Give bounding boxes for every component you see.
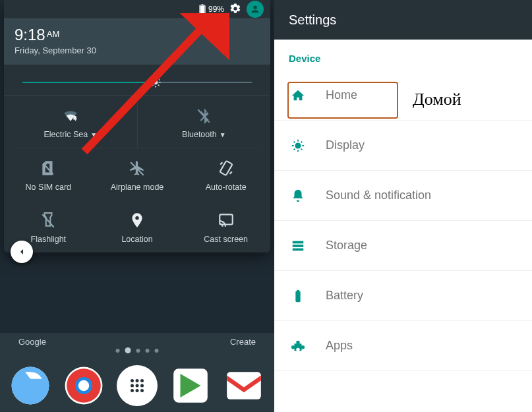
caret-down-icon: ▼	[90, 131, 97, 138]
svg-point-11	[131, 389, 134, 392]
bluetooth-off-icon	[195, 107, 212, 124]
settings-item-label: Battery	[326, 289, 363, 303]
airplane-label: Airplane mode	[111, 183, 164, 192]
dock-app-chrome[interactable]	[63, 365, 104, 406]
svg-point-13	[140, 389, 144, 392]
highlight-home	[287, 82, 398, 119]
quick-settings-shade: 99% 9:18AM Friday, September 30	[4, 0, 270, 252]
user-avatar[interactable]	[247, 1, 264, 18]
quick-settings-header[interactable]: 9:18AM Friday, September 30	[4, 18, 270, 65]
location-icon	[129, 212, 146, 229]
apps-icon	[291, 339, 305, 353]
cast-label: Cast screen	[204, 235, 248, 244]
wifi-tile[interactable]: Electric Sea▼	[4, 95, 137, 148]
svg-point-26	[295, 142, 301, 148]
battery-icon	[199, 4, 206, 15]
person-icon	[250, 4, 260, 15]
location-label: Location	[121, 235, 152, 244]
svg-rect-29	[293, 248, 304, 250]
chevron-left-icon	[16, 247, 27, 257]
quick-settings-page-back[interactable]	[11, 241, 33, 263]
location-tile[interactable]: Location	[93, 200, 182, 252]
settings-item-battery[interactable]: Battery	[274, 271, 532, 321]
settings-item-sound[interactable]: Sound & notification	[274, 171, 532, 221]
svg-rect-27	[293, 241, 304, 243]
gear-icon	[229, 3, 241, 15]
caret-down-icon: ▼	[220, 131, 226, 138]
quick-tiles-row-2: No SIM card Airplane mode Auto-rotate	[4, 148, 270, 200]
settings-title: Settings	[289, 13, 336, 28]
battery-pct: 99%	[208, 5, 224, 14]
storage-icon	[291, 239, 305, 253]
settings-screenshot: Settings Device Home Display Sound & not…	[274, 0, 532, 412]
svg-rect-30	[295, 291, 300, 302]
sim-label: No SIM card	[26, 183, 71, 192]
svg-point-12	[135, 389, 138, 392]
settings-item-label: Sound & notification	[326, 189, 431, 202]
airplane-icon	[129, 160, 146, 177]
svg-rect-24	[220, 214, 233, 224]
settings-item-label: Storage	[326, 239, 367, 252]
wifi-icon	[62, 107, 79, 124]
svg-point-10	[140, 384, 144, 388]
rotate-label: Auto-rotate	[206, 183, 247, 192]
homescreen: Google Create	[0, 333, 274, 412]
svg-rect-31	[297, 289, 299, 291]
battery-indicator: 99%	[199, 4, 224, 15]
settings-gear-button[interactable]	[229, 3, 241, 16]
svg-line-19	[198, 109, 210, 123]
svg-point-5	[131, 379, 134, 382]
battery-icon	[291, 289, 305, 303]
settings-item-apps[interactable]: Apps	[274, 321, 532, 371]
airplane-tile[interactable]: Airplane mode	[93, 148, 182, 200]
flashlight-icon	[40, 212, 57, 229]
annotation-label: Домой	[413, 90, 461, 109]
clock: 9:18AM	[15, 26, 260, 44]
flashlight-label: Flashlight	[31, 235, 67, 244]
sim-icon	[40, 160, 57, 177]
brightness-slider[interactable]	[4, 65, 270, 95]
svg-point-4	[78, 380, 90, 392]
rotate-tile[interactable]: Auto-rotate	[181, 148, 270, 200]
sim-tile[interactable]: No SIM card	[4, 148, 93, 200]
cast-icon	[218, 212, 235, 229]
quick-tiles-row-1: Electric Sea▼ Bluetooth▼	[4, 95, 270, 148]
bell-icon	[291, 189, 305, 203]
svg-rect-17	[201, 5, 203, 6]
svg-point-8	[131, 384, 134, 388]
settings-item-display[interactable]: Display	[274, 121, 532, 171]
wifi-label: Electric Sea	[44, 130, 88, 139]
section-device: Device	[274, 40, 532, 71]
bluetooth-label: Bluetooth	[182, 130, 217, 139]
dock-app-browser[interactable]	[10, 365, 51, 406]
dock-app-drawer[interactable]	[117, 365, 158, 406]
svg-point-9	[135, 384, 138, 388]
svg-rect-18	[200, 6, 204, 13]
display-icon	[291, 138, 305, 153]
settings-item-storage[interactable]: Storage	[274, 221, 532, 271]
date: Friday, September 30	[15, 45, 260, 55]
dock-app-gmail[interactable]	[223, 365, 264, 406]
svg-point-6	[135, 379, 138, 382]
home-label-left[interactable]: Google	[18, 337, 46, 347]
status-bar: 99%	[4, 0, 270, 18]
settings-item-label: Apps	[326, 339, 353, 353]
dock-app-play[interactable]	[170, 365, 211, 406]
page-indicator	[116, 347, 159, 353]
svg-rect-15	[227, 372, 261, 399]
quick-tiles-row-3: Flashlight Location Cast screen	[4, 200, 270, 252]
brightness-icon	[149, 76, 162, 89]
settings-item-label: Display	[326, 138, 365, 152]
dock	[0, 359, 274, 412]
cast-tile[interactable]: Cast screen	[181, 200, 270, 252]
rotate-icon	[218, 160, 235, 177]
bluetooth-tile[interactable]: Bluetooth▼	[137, 95, 271, 148]
settings-header: Settings	[274, 0, 532, 40]
home-label-right[interactable]: Create	[230, 337, 256, 347]
svg-rect-28	[293, 245, 304, 247]
quick-settings-screenshot: Google Create 99%	[0, 0, 274, 412]
svg-point-7	[140, 379, 144, 382]
